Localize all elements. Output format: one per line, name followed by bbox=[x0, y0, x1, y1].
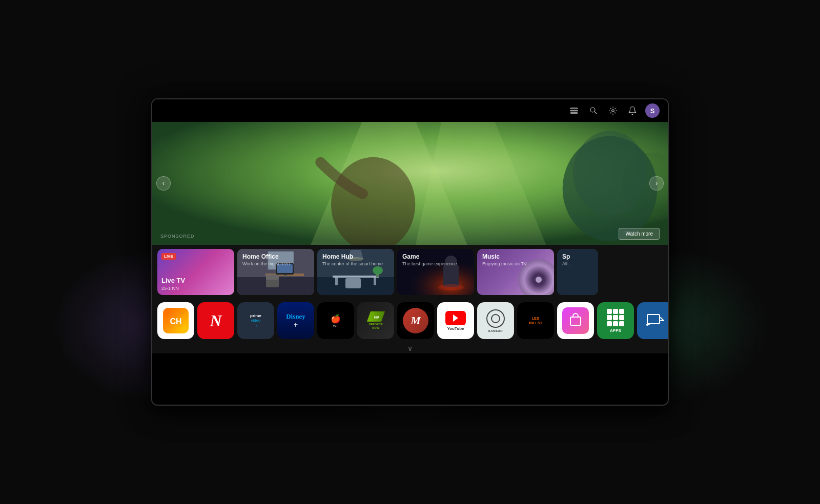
svg-point-38 bbox=[438, 284, 464, 290]
app-apple-tv[interactable]: 🍎 tv+ bbox=[317, 302, 354, 339]
sansar-outer-ring bbox=[486, 309, 505, 328]
category-music[interactable]: Music Enjoying music on TV bbox=[477, 249, 554, 295]
search-icon[interactable] bbox=[587, 104, 600, 117]
youtube-label: YouTube bbox=[447, 326, 464, 331]
shoptime-bg bbox=[562, 307, 589, 334]
music-text: Music Enjoying music on TV bbox=[482, 253, 527, 266]
app-apps-launcher[interactable]: APPS bbox=[597, 302, 634, 339]
app-netflix[interactable]: N bbox=[197, 302, 234, 339]
hero-prev-button[interactable]: ‹ bbox=[156, 176, 171, 191]
apple-logo: 🍎 bbox=[331, 314, 341, 324]
youtube-play-icon bbox=[453, 314, 458, 322]
lesmills-label: LESMILLS+ bbox=[529, 316, 543, 325]
music-title: Music bbox=[482, 253, 527, 260]
svg-point-46 bbox=[646, 324, 648, 326]
app-disney-plus[interactable]: Disney + bbox=[277, 302, 314, 339]
game-text: Game The best game experience bbox=[402, 253, 457, 266]
app-shoptime[interactable] bbox=[557, 302, 594, 339]
svg-text:NV: NV bbox=[374, 316, 379, 319]
settings-icon[interactable] bbox=[606, 104, 620, 117]
category-home-hub[interactable]: Home Hub The center of the smart home bbox=[317, 249, 394, 295]
category-live-tv[interactable]: LIVE Live TV 25-1 tvN bbox=[157, 249, 234, 295]
category-game[interactable]: Game The best game experience bbox=[397, 249, 474, 295]
svg-line-4 bbox=[594, 112, 597, 114]
app-lesmills[interactable]: LESMILLS+ bbox=[517, 302, 554, 339]
svg-rect-22 bbox=[266, 275, 279, 280]
apps-label: APPS bbox=[610, 328, 621, 333]
hero-svg bbox=[152, 122, 668, 245]
svg-rect-44 bbox=[570, 317, 581, 325]
menu-icon[interactable] bbox=[567, 104, 581, 117]
netflix-logo: N bbox=[210, 311, 221, 330]
live-badge: LIVE bbox=[161, 253, 176, 260]
svg-rect-0 bbox=[570, 108, 578, 109]
categories-row: LIVE Live TV 25-1 tvN bbox=[152, 245, 668, 299]
prime-video-text: video bbox=[251, 318, 260, 323]
app-ch[interactable]: CH bbox=[157, 302, 194, 339]
app-masterclass[interactable]: M bbox=[397, 302, 434, 339]
svg-rect-20 bbox=[284, 275, 286, 277]
sp-text: Sp All... bbox=[562, 253, 571, 266]
prime-text: prime bbox=[250, 313, 261, 318]
svg-rect-27 bbox=[335, 278, 338, 285]
apple-tv-text: tv+ bbox=[333, 324, 338, 328]
app-geforce-now[interactable]: NV GEFORCENOW bbox=[357, 302, 394, 339]
apps-grid bbox=[607, 309, 624, 326]
svg-point-5 bbox=[612, 110, 614, 112]
youtube-container: YouTube bbox=[445, 311, 466, 331]
music-sub: Enjoying music on TV bbox=[482, 261, 527, 266]
ch-logo: CH bbox=[163, 308, 189, 333]
category-sp[interactable]: Sp All... bbox=[557, 249, 598, 295]
geforce-logo-svg: NV bbox=[367, 311, 385, 322]
sansar-label: SANSAR bbox=[488, 329, 503, 332]
notification-icon[interactable] bbox=[626, 104, 639, 117]
live-tv-title: Live TV bbox=[161, 277, 230, 285]
category-home-office[interactable]: Home Office Work on the big screen bbox=[237, 249, 314, 295]
hero-image bbox=[152, 122, 668, 245]
sansar-inner-ring bbox=[491, 314, 500, 323]
svg-rect-45 bbox=[647, 314, 660, 324]
svg-rect-26 bbox=[333, 276, 379, 278]
tv-screen: S bbox=[152, 99, 668, 405]
game-title: Game bbox=[402, 253, 457, 260]
cast-icon-svg bbox=[646, 311, 665, 330]
home-office-title: Home Office bbox=[242, 253, 290, 260]
geforce-text: GEFORCENOW bbox=[368, 323, 382, 329]
app-cast[interactable] bbox=[637, 302, 668, 339]
svg-point-11 bbox=[573, 131, 647, 215]
app-sansar[interactable]: SANSAR bbox=[477, 302, 514, 339]
home-office-sub: Work on the big screen bbox=[242, 261, 290, 266]
app-prime-video[interactable]: prime video → bbox=[237, 302, 274, 339]
live-tv-sub: 25-1 tvN bbox=[161, 286, 230, 291]
svg-rect-2 bbox=[570, 113, 578, 114]
svg-rect-29 bbox=[345, 278, 361, 288]
sp-sub: All... bbox=[562, 261, 571, 266]
chevron-down-icon: ∨ bbox=[407, 344, 413, 352]
apps-row: CH N prime video → Disney + bbox=[152, 299, 668, 342]
svg-rect-28 bbox=[374, 278, 376, 285]
tv-frame: S bbox=[151, 98, 669, 406]
disney-plus-sign: + bbox=[294, 321, 298, 329]
youtube-logo bbox=[445, 311, 466, 325]
shoptime-icon-svg bbox=[568, 313, 583, 328]
home-hub-sub: The center of the smart home bbox=[322, 261, 383, 266]
svg-point-31 bbox=[373, 266, 383, 275]
home-office-text: Home Office Work on the big screen bbox=[242, 253, 290, 266]
disney-logo: Disney bbox=[286, 312, 305, 321]
home-hub-text: Home Hub The center of the smart home bbox=[322, 253, 383, 266]
game-sub: The best game experience bbox=[402, 261, 457, 266]
app-youtube[interactable]: YouTube bbox=[437, 302, 474, 339]
bottom-handle: ∨ bbox=[152, 342, 668, 353]
svg-rect-1 bbox=[570, 110, 578, 111]
svg-text:CH: CH bbox=[170, 317, 181, 326]
sponsored-badge: SPONSORED bbox=[160, 234, 195, 239]
masterclass-logo: M bbox=[411, 314, 421, 327]
prime-arrow: → bbox=[253, 323, 258, 328]
hero-banner: SPONSORED Watch more ‹ › bbox=[152, 122, 668, 245]
top-bar: S bbox=[152, 99, 668, 122]
sp-title: Sp bbox=[562, 253, 571, 260]
hero-next-button[interactable]: › bbox=[649, 176, 664, 191]
home-hub-title: Home Hub bbox=[322, 253, 383, 260]
watch-more-button[interactable]: Watch more bbox=[619, 228, 660, 240]
user-avatar[interactable]: S bbox=[645, 103, 660, 118]
